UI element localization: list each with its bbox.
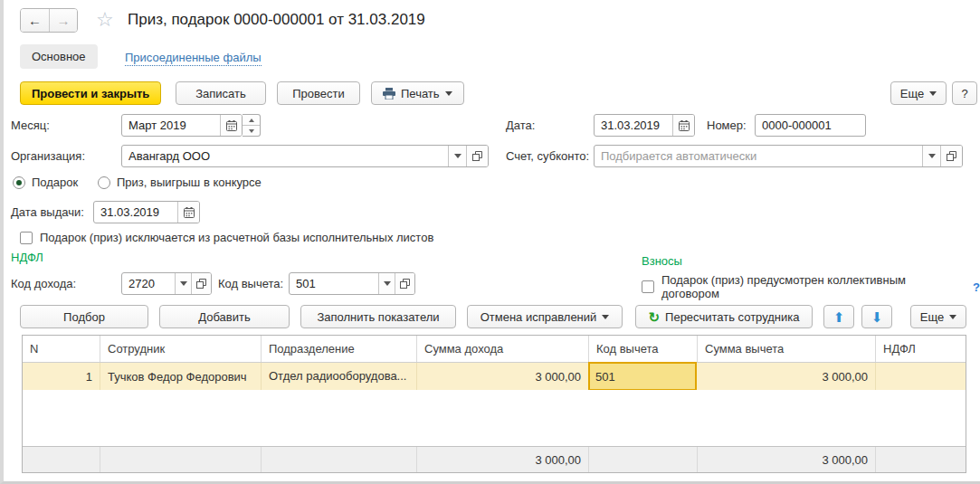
totals-deduction-cell: 3 000,00 <box>697 447 875 472</box>
date-input[interactable] <box>595 115 672 136</box>
print-button-label: Печать <box>401 87 440 100</box>
col-header-deduction-code[interactable]: Код вычета <box>588 336 697 362</box>
collective-checkbox[interactable]: Подарок (приз) предусмотрен коллективным… <box>642 273 980 300</box>
cancel-corrections-button[interactable]: Отмена исправлений <box>467 305 623 328</box>
recalculate-employee-button[interactable]: ↻ Пересчитать сотрудника <box>635 305 813 328</box>
stepper-up-icon[interactable] <box>243 115 260 125</box>
deduction-code-input[interactable] <box>290 273 378 294</box>
number-input[interactable] <box>756 115 865 136</box>
date-label: Дата: <box>506 119 535 132</box>
radio-prize[interactable]: Приз, выигрыш в конкурсе <box>98 176 262 189</box>
caret-down-icon <box>929 91 937 96</box>
more-button-label: Еще <box>900 87 924 100</box>
dropdown-caret-icon[interactable] <box>175 273 191 294</box>
help-button[interactable]: ? <box>952 81 977 105</box>
fill-indicators-button[interactable]: Заполнить показатели <box>300 305 456 328</box>
issue-date-input[interactable] <box>94 202 177 223</box>
printer-icon <box>383 88 395 100</box>
income-code-label: Код дохода: <box>11 277 76 290</box>
exclude-checkbox[interactable]: Подарок (приз) исключается из расчетной … <box>20 231 433 244</box>
dropdown-caret-icon[interactable] <box>378 273 395 294</box>
organization-field[interactable] <box>121 145 489 167</box>
stepper-down-icon[interactable] <box>243 125 260 136</box>
forward-arrow-icon[interactable]: → <box>49 9 77 32</box>
col-header-department[interactable]: Подразделение <box>261 336 416 362</box>
col-header-deduction[interactable]: Сумма вычета <box>697 336 875 362</box>
organization-label: Организация: <box>11 149 85 163</box>
deduction-code-field[interactable] <box>289 272 415 295</box>
col-header-employee[interactable]: Сотрудник <box>100 336 261 362</box>
income-code-input[interactable] <box>122 273 175 294</box>
print-button[interactable]: Печать <box>371 81 464 105</box>
totals-department-cell <box>261 447 416 472</box>
open-link-icon[interactable] <box>466 146 488 166</box>
ndfl-section-header: НДФЛ <box>11 251 43 264</box>
inline-help-icon[interactable]: ? <box>973 280 980 294</box>
down-arrow-icon: ⬇ <box>871 310 883 324</box>
ndfl-cell[interactable] <box>875 363 966 390</box>
open-link-icon[interactable] <box>395 273 414 294</box>
calendar-icon[interactable] <box>672 115 694 136</box>
post-button[interactable]: Провести <box>277 81 360 105</box>
date-field[interactable] <box>594 114 695 137</box>
contrib-section-header: Взносы <box>642 254 682 268</box>
open-link-icon[interactable] <box>191 273 211 294</box>
income-cell[interactable]: 3 000,00 <box>416 363 588 390</box>
number-field[interactable] <box>755 114 866 137</box>
refresh-icon: ↻ <box>648 310 660 324</box>
dropdown-caret-icon[interactable] <box>448 146 466 166</box>
caret-down-icon <box>949 315 956 319</box>
favorite-star-icon[interactable]: ☆ <box>96 10 114 30</box>
post-and-close-button[interactable]: Провести и закрыть <box>20 81 161 105</box>
employee-cell[interactable]: Тучков Федор Федорович <box>100 363 261 390</box>
table-empty-area[interactable] <box>23 390 966 446</box>
more-button-top[interactable]: Еще <box>890 81 947 105</box>
table-header-row: N Сотрудник Подразделение Сумма дохода К… <box>23 336 966 363</box>
month-input[interactable] <box>122 115 220 136</box>
radio-prize-label: Приз, выигрыш в конкурсе <box>117 176 262 189</box>
radio-gift[interactable]: Подарок <box>13 176 78 189</box>
income-code-field[interactable] <box>121 272 212 295</box>
more-button-label: Еще <box>920 310 944 324</box>
document-window: ← → ☆ Приз, подарок 0000-000001 от 31.03… <box>0 0 980 484</box>
back-arrow-icon[interactable]: ← <box>21 9 49 32</box>
open-link-icon[interactable] <box>940 146 962 166</box>
month-label: Месяц: <box>11 119 50 132</box>
col-header-n[interactable]: N <box>23 336 100 362</box>
organization-input[interactable] <box>122 146 448 166</box>
caret-down-icon <box>445 91 452 96</box>
checkbox-unchecked-icon <box>20 232 33 244</box>
col-header-ndfl[interactable]: НДФЛ <box>875 336 966 362</box>
deduction-code-label: Код вычета: <box>218 277 283 290</box>
move-row-up-button[interactable]: ⬆ <box>823 305 854 328</box>
issue-date-field[interactable] <box>93 201 200 223</box>
number-label: Номер: <box>707 119 747 132</box>
collective-checkbox-label: Подарок (приз) предусмотрен коллективным… <box>661 273 966 300</box>
deduction-cell[interactable]: 3 000,00 <box>697 363 875 390</box>
account-field[interactable] <box>594 145 963 167</box>
issue-date-label: Дата выдачи: <box>11 205 84 219</box>
more-button-table[interactable]: Еще <box>910 305 966 328</box>
department-cell[interactable]: Отдел радиооборудова... <box>261 363 416 390</box>
move-row-down-button[interactable]: ⬇ <box>861 305 892 328</box>
tab-attached-files[interactable]: Присоединенные файлы <box>125 51 262 66</box>
tab-main[interactable]: Основное <box>20 44 98 69</box>
exclude-checkbox-label: Подарок (приз) исключается из расчетной … <box>40 231 433 244</box>
dropdown-caret-icon[interactable] <box>922 146 940 166</box>
radio-unselected-icon <box>98 176 110 189</box>
add-button[interactable]: Добавить <box>159 305 290 328</box>
calendar-icon[interactable] <box>220 115 242 136</box>
calendar-icon[interactable] <box>177 202 199 223</box>
account-input[interactable] <box>595 146 922 166</box>
table-row[interactable]: 1 Тучков Федор Федорович Отдел радиообор… <box>23 363 966 390</box>
totals-code-cell <box>588 447 697 472</box>
save-button[interactable]: Записать <box>176 81 266 105</box>
col-header-income[interactable]: Сумма дохода <box>416 336 588 362</box>
checkbox-unchecked-icon <box>642 280 654 293</box>
pick-button[interactable]: Подбор <box>20 305 148 328</box>
month-stepper <box>243 114 261 137</box>
row-number-cell[interactable]: 1 <box>23 363 100 390</box>
month-field[interactable] <box>121 114 243 137</box>
caret-down-icon <box>602 315 609 319</box>
deduction-code-cell-active[interactable]: 501 <box>588 362 697 391</box>
